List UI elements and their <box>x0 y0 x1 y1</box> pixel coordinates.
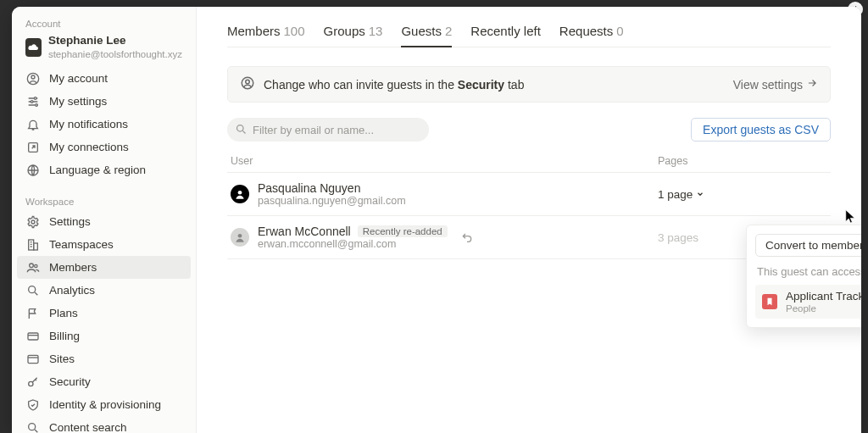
sidebar-item-label: Content search <box>49 421 127 433</box>
tab-recently-left[interactable]: Recently left <box>470 19 541 47</box>
sidebar-item-label: Settings <box>49 215 91 228</box>
sidebar-item-billing[interactable]: Billing <box>17 325 191 347</box>
person-outline-icon <box>240 75 255 93</box>
sidebar-item-label: Identity & provisioning <box>49 398 161 411</box>
toolbar: Export guests as CSV <box>227 118 831 142</box>
view-settings-link[interactable]: View settings <box>733 77 818 92</box>
sidebar-item-plans[interactable]: Plans <box>17 302 191 325</box>
search-box <box>227 118 429 142</box>
tab-members[interactable]: Members100 <box>227 19 305 47</box>
tab-groups[interactable]: Groups13 <box>324 19 383 47</box>
svg-point-12 <box>29 286 36 292</box>
sidebar-item-label: Members <box>49 261 97 274</box>
svg-point-25 <box>238 191 242 195</box>
guest-pages-popover: Convert to member Remove This guest can … <box>746 225 861 328</box>
user-circle-icon <box>25 71 41 86</box>
accessible-page-item[interactable]: Applicant Tracker People <box>755 285 861 319</box>
shield-check-icon <box>25 397 41 413</box>
column-header-pages: Pages <box>658 155 827 167</box>
svg-rect-9 <box>34 243 38 250</box>
credit-card-icon <box>25 329 41 344</box>
sidebar-item-label: My settings <box>49 95 107 108</box>
sidebar-item-members[interactable]: Members <box>17 256 191 279</box>
sidebar-item-identity[interactable]: Identity & provisioning <box>17 393 191 416</box>
globe-icon <box>25 163 41 178</box>
sidebar-item-settings[interactable]: Settings <box>17 210 191 233</box>
security-banner: Change who can invite guests in the Secu… <box>227 66 831 103</box>
sidebar-item-label: Security <box>49 375 91 388</box>
arrow-right-icon <box>806 77 818 92</box>
popover-hint: This guest can access this page: <box>755 265 861 278</box>
svg-rect-13 <box>28 333 38 340</box>
search-icon <box>25 420 41 433</box>
table-row[interactable]: Erwan McConnell Recently re-added erwan.… <box>227 216 831 259</box>
key-icon <box>25 375 41 390</box>
window-icon <box>25 352 41 367</box>
svg-point-2 <box>34 97 36 99</box>
sidebar-item-content-search[interactable]: Content search <box>17 416 191 433</box>
svg-point-23 <box>237 125 244 132</box>
tab-guests[interactable]: Guests2 <box>401 19 452 47</box>
banner-text: Change who can invite guests in the Secu… <box>264 78 524 92</box>
sidebar-item-label: My account <box>49 72 108 85</box>
magnifier-icon <box>25 283 41 298</box>
table-row[interactable]: Pasqualina Nguyen pasqualina.nguyen@gmai… <box>227 173 831 216</box>
sidebar-item-my-notifications[interactable]: My notifications <box>17 113 191 136</box>
sliders-icon <box>25 94 41 109</box>
sidebar-item-my-connections[interactable]: My connections <box>17 136 191 158</box>
page-parent: People <box>786 303 861 314</box>
sidebar-item-analytics[interactable]: Analytics <box>17 279 191 302</box>
guest-name: Pasqualina Nguyen <box>258 181 406 195</box>
tab-requests[interactable]: Requests0 <box>559 19 624 47</box>
guest-email: erwan.mcconnell@gmail.com <box>258 238 448 250</box>
chevron-down-icon <box>696 188 704 201</box>
profile-name: Stephanie Lee <box>48 34 182 48</box>
building-icon <box>25 237 41 253</box>
avatar <box>231 228 249 247</box>
sidebar-item-label: Plans <box>49 307 78 319</box>
sidebar-item-my-settings[interactable]: My settings <box>17 90 191 113</box>
people-icon <box>25 260 41 275</box>
search-icon <box>235 123 248 139</box>
svg-point-7 <box>31 220 35 224</box>
svg-rect-14 <box>28 355 38 363</box>
sidebar-item-teamspaces[interactable]: Teamspaces <box>17 233 191 256</box>
svg-point-26 <box>238 234 242 238</box>
svg-point-22 <box>246 80 250 84</box>
avatar <box>231 185 249 203</box>
settings-modal: Account Stephanie Lee stephanie@toolsfor… <box>12 7 861 433</box>
sidebar-item-sites[interactable]: Sites <box>17 347 191 370</box>
svg-point-3 <box>31 100 33 103</box>
recently-readded-tag: Recently re-added <box>358 225 448 237</box>
sidebar-item-label: My notifications <box>49 118 128 130</box>
filter-input[interactable] <box>227 118 429 142</box>
tabs: Members100 Groups13 Guests2 Recently lef… <box>227 19 831 47</box>
export-csv-button[interactable]: Export guests as CSV <box>691 118 831 142</box>
svg-point-15 <box>29 381 33 386</box>
mouse-cursor-icon <box>845 209 857 225</box>
sidebar-item-security[interactable]: Security <box>17 370 191 393</box>
sidebar-section-account: Account <box>17 15 191 32</box>
convert-to-member-button[interactable]: Convert to member <box>755 234 861 257</box>
guest-email: pasqualina.nguyen@gmail.com <box>258 195 406 207</box>
sidebar-item-label: Language & region <box>49 164 146 176</box>
undo-icon[interactable] <box>458 228 476 247</box>
sidebar-item-label: Teamspaces <box>49 238 114 251</box>
sidebar-profile[interactable]: Stephanie Lee stephanie@toolsforthought.… <box>17 32 191 67</box>
pages-dropdown[interactable]: 1 page <box>658 188 827 201</box>
arrow-out-icon <box>25 140 41 155</box>
bookmark-icon <box>762 294 777 309</box>
flag-icon <box>25 306 41 321</box>
cloud-icon <box>25 38 42 57</box>
svg-point-4 <box>36 103 38 106</box>
sidebar-item-label: Billing <box>49 330 80 342</box>
sidebar-item-label: Analytics <box>49 284 95 297</box>
guest-name: Erwan McConnell <box>258 225 351 238</box>
column-header-user: User <box>231 155 658 167</box>
svg-point-1 <box>31 75 35 79</box>
sidebar-item-language[interactable]: Language & region <box>17 158 191 181</box>
sidebar-item-my-account[interactable]: My account <box>17 67 191 90</box>
guests-table: User Pages Pasqualina Nguyen pasqualina.… <box>227 155 831 259</box>
gear-icon <box>25 214 41 230</box>
svg-point-16 <box>29 423 36 430</box>
